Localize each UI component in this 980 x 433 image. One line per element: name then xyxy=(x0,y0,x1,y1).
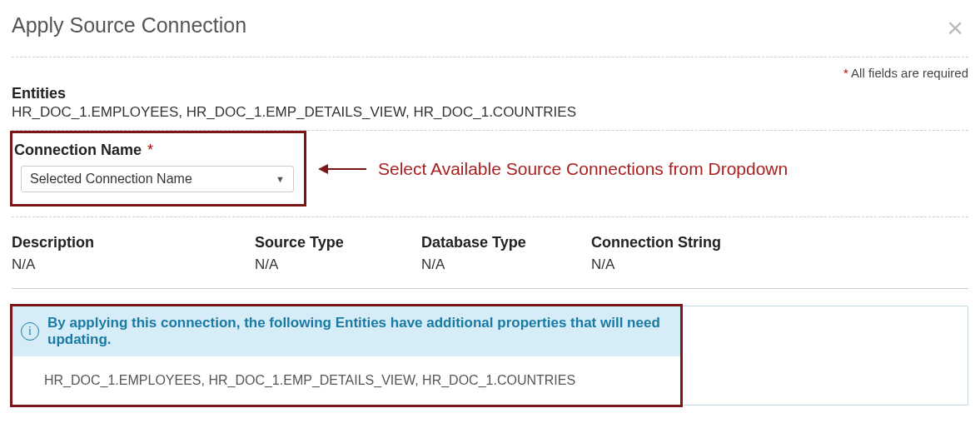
required-note-text: All fields are required xyxy=(848,66,968,80)
connection-name-label: Connection Name * xyxy=(14,142,294,159)
database-type-value: N/A xyxy=(421,256,591,273)
chevron-down-icon: ▼ xyxy=(276,174,285,184)
database-type-label: Database Type xyxy=(421,234,591,251)
entities-value: HR_DOC_1.EMPLOYEES, HR_DOC_1.EMP_DETAILS… xyxy=(12,104,968,121)
info-header: i By applying this connection, the follo… xyxy=(12,306,680,356)
info-highlight-box: i By applying this connection, the follo… xyxy=(10,304,683,407)
col-source-type: Source Type N/A xyxy=(255,234,421,273)
connection-highlight-box: Connection Name * Selected Connection Na… xyxy=(10,131,306,207)
connection-row: Connection Name * Selected Connection Na… xyxy=(12,131,968,217)
col-connection-string: Connection String N/A xyxy=(591,234,841,273)
col-database-type: Database Type N/A xyxy=(421,234,591,273)
info-panel: i By applying this connection, the follo… xyxy=(12,306,968,406)
annotation-text: Select Available Source Connections from… xyxy=(378,159,788,179)
annotation-arrow: Select Available Source Connections from… xyxy=(320,159,788,179)
connection-string-label: Connection String xyxy=(591,234,841,251)
description-label: Description xyxy=(12,234,255,251)
connection-dropdown-value: Selected Connection Name xyxy=(30,172,192,187)
required-fields-note: * All fields are required xyxy=(12,66,968,80)
col-description: Description N/A xyxy=(12,234,255,273)
entities-label: Entities xyxy=(12,85,968,102)
description-value: N/A xyxy=(12,256,255,273)
info-message: By applying this connection, the followi… xyxy=(47,315,672,348)
arrow-line-icon xyxy=(320,168,366,170)
info-body-entities: HR_DOC_1.EMPLOYEES, HR_DOC_1.EMP_DETAILS… xyxy=(12,356,680,405)
source-type-label: Source Type xyxy=(255,234,421,251)
info-icon: i xyxy=(21,322,39,341)
connection-string-value: N/A xyxy=(591,256,841,273)
close-icon[interactable]: × xyxy=(942,13,968,42)
connection-required-asterisk: * xyxy=(147,142,153,158)
source-type-value: N/A xyxy=(255,256,421,273)
connection-name-label-text: Connection Name xyxy=(14,142,142,158)
connection-name-dropdown[interactable]: Selected Connection Name ▼ xyxy=(21,166,294,192)
dialog-title: Apply Source Connection xyxy=(12,13,246,37)
dialog-header: Apply Source Connection × xyxy=(12,13,968,57)
connection-details-table: Description N/A Source Type N/A Database… xyxy=(12,224,968,289)
